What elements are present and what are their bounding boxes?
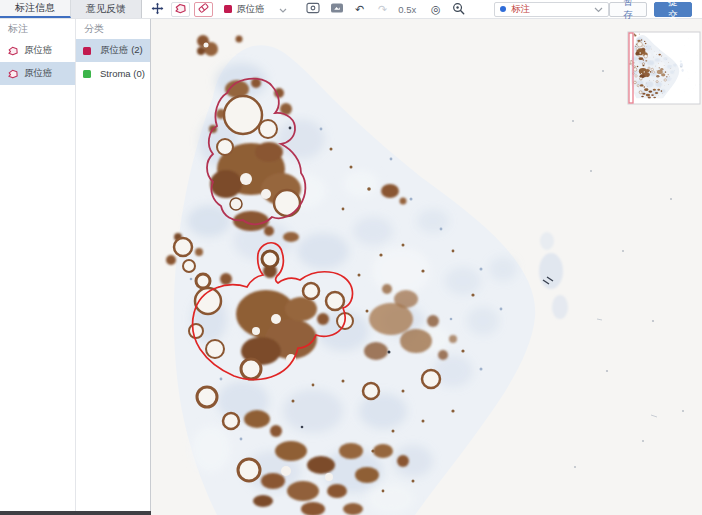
class-color-swatch bbox=[224, 5, 232, 13]
polygon-icon bbox=[7, 69, 19, 79]
eraser-tool-button[interactable] bbox=[194, 2, 213, 17]
class-item-label: 原位癌 (2) bbox=[100, 44, 143, 57]
move-icon bbox=[151, 2, 164, 17]
polygon-tool-button[interactable] bbox=[171, 2, 190, 17]
locate-button[interactable]: ◎ bbox=[426, 2, 445, 17]
left-sidebar: 标注 原位癌 原位癌 分类 原位癌 (2) Stroma (0) bbox=[0, 19, 151, 515]
tab-feedback-label: 意见反馈 bbox=[86, 2, 126, 16]
redo-icon: ↷ bbox=[378, 4, 387, 15]
zoom-button[interactable] bbox=[449, 2, 468, 17]
pan-tool-button[interactable] bbox=[148, 2, 167, 17]
sidebar-scrollbar[interactable] bbox=[0, 511, 151, 515]
annotation-item-label: 原位癌 bbox=[24, 44, 53, 57]
redo-button[interactable]: ↷ bbox=[373, 2, 392, 17]
screenshot-icon bbox=[306, 2, 320, 16]
overview-icon bbox=[330, 2, 344, 16]
toolbar: 原位癌 ↶ ↷ 0.5x ◎ bbox=[142, 0, 702, 18]
class-color-swatch bbox=[83, 70, 91, 78]
tissue-image bbox=[166, 35, 684, 515]
submit-button[interactable]: 提交 bbox=[654, 2, 692, 17]
eraser-icon bbox=[197, 2, 210, 16]
task-dropdown[interactable]: 标注 bbox=[494, 2, 609, 17]
save-draft-button[interactable]: 暂存 bbox=[609, 2, 647, 17]
tab-annotation-info-label: 标注信息 bbox=[15, 1, 55, 15]
task-dropdown-label: 标注 bbox=[511, 3, 594, 16]
class-dropdown[interactable]: 原位癌 bbox=[221, 2, 290, 17]
polygon-icon bbox=[7, 46, 19, 56]
locate-icon: ◎ bbox=[431, 4, 441, 15]
class-dropdown-label: 原位癌 bbox=[236, 3, 279, 16]
screenshot-button[interactable] bbox=[304, 2, 323, 17]
annotation-item[interactable]: 原位癌 bbox=[0, 62, 75, 85]
undo-icon: ↶ bbox=[355, 4, 364, 15]
classes-column-header: 分类 bbox=[76, 19, 150, 39]
annotation-item[interactable]: 原位癌 bbox=[0, 39, 75, 62]
class-color-swatch bbox=[83, 47, 91, 55]
class-item[interactable]: Stroma (0) bbox=[76, 62, 150, 85]
class-item-label: Stroma (0) bbox=[100, 68, 145, 79]
chevron-down-icon bbox=[279, 4, 287, 15]
sidebar-tabs: 标注信息 意见反馈 bbox=[0, 0, 142, 18]
status-dot-icon bbox=[500, 6, 506, 12]
magnifier-icon bbox=[452, 2, 465, 17]
tab-annotation-info[interactable]: 标注信息 bbox=[0, 0, 71, 18]
top-bar: 标注信息 意见反馈 原位癌 bbox=[0, 0, 702, 19]
chevron-down-icon bbox=[594, 4, 603, 15]
class-item[interactable]: 原位癌 (2) bbox=[76, 39, 150, 62]
overview-button[interactable] bbox=[327, 2, 346, 17]
annotations-column-header: 标注 bbox=[0, 19, 75, 39]
minimap[interactable] bbox=[628, 32, 700, 104]
slide-canvas[interactable] bbox=[151, 19, 702, 515]
slide-image[interactable] bbox=[151, 19, 702, 515]
classes-column: 分类 原位癌 (2) Stroma (0) bbox=[75, 19, 150, 515]
annotations-column: 标注 原位癌 原位癌 bbox=[0, 19, 75, 515]
polygon-icon bbox=[174, 3, 187, 16]
zoom-level-label: 0.5x bbox=[398, 4, 416, 15]
undo-button[interactable]: ↶ bbox=[350, 2, 369, 17]
tab-feedback[interactable]: 意见反馈 bbox=[71, 0, 141, 18]
annotation-item-label: 原位癌 bbox=[24, 67, 53, 80]
